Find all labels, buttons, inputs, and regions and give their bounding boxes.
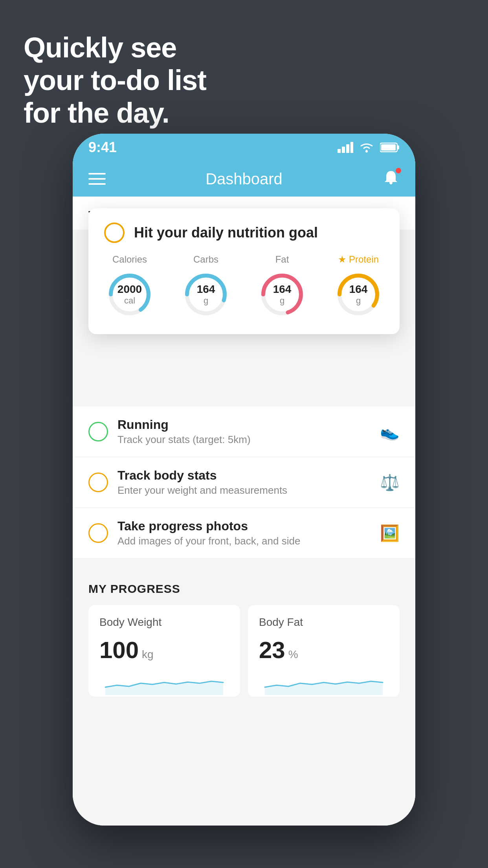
todo-text: Take progress photos Add images of your … [117,519,371,547]
nutrition-item-fat: Fat 164 g [257,254,308,320]
todo-desc: Enter your weight and measurements [117,484,371,497]
nutrition-card: Hit your daily nutrition goal Calories 2… [88,208,400,334]
status-bar: 9:41 [73,134,415,161]
svg-rect-1 [342,147,345,153]
todo-text: Track body stats Enter your weight and m… [117,468,371,497]
nutrition-check-circle[interactable] [104,223,125,243]
donut-unit: g [356,296,361,305]
hero-line3: for the day. [24,97,206,129]
todo-check-circle[interactable] [88,473,108,492]
donut-unit: cal [124,296,135,305]
nutrition-item-calories: Calories 2000 cal [104,254,155,320]
hero-text: Quickly see your to-do list for the day. [24,31,206,129]
donut-carbs: 164 g [180,269,231,320]
donut-calories: 2000 cal [104,269,155,320]
status-icons [338,142,400,153]
todo-name: Running [117,417,371,432]
progress-card-title: Body Fat [259,616,389,629]
bell-notification-dot [396,168,401,173]
nutrition-item-protein: ★Protein 164 g [333,254,384,320]
todo-desc: Add images of your front, back, and side [117,535,371,547]
todo-icon: 👟 [380,423,400,441]
svg-rect-7 [381,144,396,151]
donut-value: 164 [349,283,368,296]
progress-section-title: MY PROGRESS [88,582,400,596]
hero-line1: Quickly see [24,31,206,64]
todo-item[interactable]: Track body stats Enter your weight and m… [73,457,415,508]
progress-chart [99,671,229,695]
donut-unit: g [204,296,208,305]
content-wrapper: Running Track your stats (target: 5km) 👟… [73,406,415,697]
hamburger-menu[interactable] [88,173,106,185]
nav-bar: Dashboard [73,161,415,197]
todo-name: Track body stats [117,468,371,483]
bell-button[interactable] [382,169,400,188]
todo-item[interactable]: Running Track your stats (target: 5km) 👟 [73,406,415,457]
todo-icon: ⚖️ [380,473,400,492]
nutrition-card-title: Hit your daily nutrition goal [134,224,318,241]
progress-cards: Body Weight 100 kg Body Fat 23 % [88,605,400,697]
donut-value: 164 [197,283,215,296]
hero-line2: your to-do list [24,64,206,97]
progress-number: 23 [259,636,285,664]
status-time: 9:41 [88,139,117,156]
phone-content: THINGS TO DO TODAY Hit your daily nutrit… [73,197,415,826]
todo-icon: 🖼️ [380,524,400,542]
nutrition-label-protein: ★Protein [338,254,379,265]
progress-value-row: 100 kg [99,636,229,664]
svg-point-4 [365,150,368,153]
progress-section: MY PROGRESS Body Weight 100 kg Body Fat … [73,566,415,697]
progress-card-body-weight[interactable]: Body Weight 100 kg [88,605,240,697]
progress-value-row: 23 % [259,636,389,664]
donut-unit: g [280,296,284,305]
todo-text: Running Track your stats (target: 5km) [117,417,371,446]
progress-unit: % [288,648,298,661]
donut-value: 2000 [117,283,142,296]
nutrition-item-carbs: Carbs 164 g [180,254,231,320]
phone-shell: 9:41 [73,134,415,826]
progress-chart [259,671,389,695]
signal-icon [338,142,353,153]
todo-list: Running Track your stats (target: 5km) 👟… [73,406,415,559]
progress-number: 100 [99,636,139,664]
donut-value: 164 [273,283,292,296]
todo-check-circle[interactable] [88,523,108,543]
progress-card-body-fat[interactable]: Body Fat 23 % [248,605,400,697]
todo-item[interactable]: Take progress photos Add images of your … [73,508,415,559]
svg-rect-2 [346,144,349,153]
battery-icon [380,142,400,153]
todo-desc: Track your stats (target: 5km) [117,434,371,446]
nav-title: Dashboard [205,170,283,188]
svg-rect-6 [397,145,399,149]
nutrition-label-calories: Calories [112,254,147,265]
nutrition-label-carbs: Carbs [193,254,218,265]
nutrition-card-header: Hit your daily nutrition goal [104,223,384,243]
svg-rect-3 [350,142,353,153]
progress-card-title: Body Weight [99,616,229,629]
star-icon: ★ [338,254,347,265]
progress-unit: kg [142,648,154,661]
donut-fat: 164 g [257,269,308,320]
todo-name: Take progress photos [117,519,371,533]
wifi-icon [359,142,374,153]
todo-check-circle[interactable] [88,422,108,441]
svg-rect-0 [338,149,341,153]
nutrition-grid: Calories 2000 cal Carbs 164 g Fat 164 g … [104,254,384,320]
donut-protein: 164 g [333,269,384,320]
nutrition-label-fat: Fat [275,254,289,265]
